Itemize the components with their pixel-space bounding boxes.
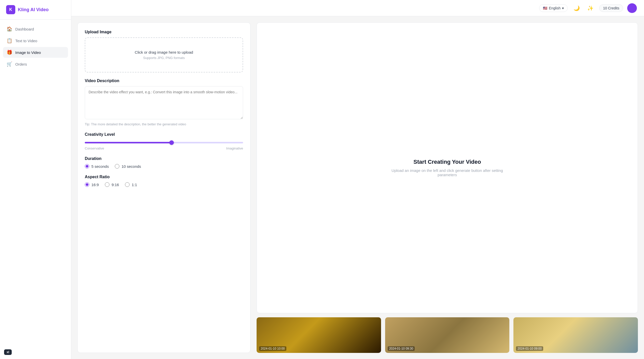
thumbnail-3-date: 2024-01-10 09:00 [516, 346, 543, 351]
thumbnails-row: 2024-01-10 10:00 2024-01-10 09:30 2024-0… [257, 317, 638, 353]
sidebar-item-label: Text to Video [15, 39, 37, 43]
preview-title: Start Creating Your Video [413, 159, 481, 165]
aspect-ratio-section-title: Aspect Ratio [85, 175, 243, 179]
aspect-radio-1-1[interactable] [125, 182, 130, 187]
thumbnail-1[interactable]: 2024-01-10 10:00 [257, 317, 381, 353]
creativity-section: Creativity Level Conservative Imaginativ… [85, 132, 243, 150]
upload-section: Upload Image Click or drag image here to… [85, 30, 243, 72]
user-avatar[interactable] [627, 3, 637, 13]
aspect-ratio-option-9-16[interactable]: 9:16 [105, 182, 119, 187]
orders-icon: 🛒 [7, 61, 12, 67]
upload-main-text: Click or drag image here to upload [91, 50, 236, 54]
duration-section: Duration 5 seconds 10 seconds [85, 156, 243, 169]
flag-icon: 🇺🇸 [543, 6, 547, 10]
dark-mode-button[interactable]: 🌙 [572, 3, 581, 13]
aspect-label-9-16: 9:16 [111, 183, 119, 187]
main-area: 🇺🇸 English ▾ 🌙 ✨ 10 Credits Upload Image… [71, 0, 644, 359]
text-video-icon: 📋 [7, 38, 12, 43]
duration-section-title: Duration [85, 156, 243, 161]
credits-display: 10 Credits [599, 4, 623, 12]
sidebar-nav: 🏠 Dashboard 📋 Text to Video 🎁 Image to V… [0, 20, 71, 73]
description-tip: Tip: The more detailed the description, … [85, 122, 243, 126]
logo-area[interactable]: K Kling AI Video [0, 0, 71, 20]
language-selector[interactable]: 🇺🇸 English ▾ [539, 4, 568, 12]
right-panel: Start Creating Your Video Upload an imag… [257, 22, 638, 353]
duration-label-5s: 5 seconds [91, 164, 109, 169]
sidebar: K Kling AI Video 🏠 Dashboard 📋 Text to V… [0, 0, 71, 359]
aspect-radio-9-16[interactable] [105, 182, 109, 187]
preview-subtitle: Upload an image on the left and click ge… [384, 168, 511, 177]
duration-radio-group: 5 seconds 10 seconds [85, 164, 243, 169]
creativity-slider[interactable] [85, 142, 243, 143]
aspect-label-1-1: 1:1 [132, 183, 137, 187]
upload-section-title: Upload Image [85, 30, 243, 34]
sidebar-item-orders[interactable]: 🛒 Orders [3, 59, 68, 69]
sidebar-item-dashboard[interactable]: 🏠 Dashboard [3, 24, 68, 34]
language-label: English [549, 6, 561, 10]
chevron-down-icon: ▾ [562, 6, 564, 10]
sidebar-item-label: Image to Video [15, 50, 41, 55]
creativity-section-title: Creativity Level [85, 132, 243, 137]
aspect-ratio-radio-group: 16:9 9:16 1:1 [85, 182, 243, 187]
thumbnail-2[interactable]: 2024-01-10 09:30 [385, 317, 510, 353]
description-section-title: Video Description [85, 79, 243, 83]
content-area: Upload Image Click or drag image here to… [71, 16, 644, 359]
sparkle-button[interactable]: ✨ [585, 3, 595, 13]
duration-option-5s[interactable]: 5 seconds [85, 164, 109, 169]
slider-label-right: Imaginative [226, 146, 243, 150]
sidebar-item-label: Orders [15, 62, 27, 66]
slider-label-left: Conservative [85, 146, 104, 150]
header: 🇺🇸 English ▾ 🌙 ✨ 10 Credits [71, 0, 644, 16]
description-textarea[interactable] [85, 86, 243, 119]
thumbnail-3[interactable]: 2024-01-10 09:00 [513, 317, 638, 353]
aspect-radio-16-9[interactable] [85, 182, 89, 187]
aspect-ratio-section: Aspect Ratio 16:9 9:16 1:1 [85, 175, 243, 187]
slider-labels: Conservative Imaginative [85, 146, 243, 150]
aspect-label-16-9: 16:9 [91, 183, 99, 187]
sidebar-item-label: Dashboard [15, 27, 34, 31]
description-section: Video Description Tip: The more detailed… [85, 79, 243, 126]
upload-sub-text: Supports JPG, PNG formats [91, 56, 236, 60]
app-name: Kling AI Video [18, 7, 49, 12]
xl-badge: xl [4, 349, 12, 355]
duration-radio-5s[interactable] [85, 164, 89, 169]
credits-label: 10 Credits [603, 6, 619, 10]
sidebar-item-text-to-video[interactable]: 📋 Text to Video [3, 35, 68, 46]
left-panel: Upload Image Click or drag image here to… [77, 22, 250, 353]
logo-icon: K [6, 5, 15, 14]
duration-label-10s: 10 seconds [121, 164, 141, 169]
preview-area: Start Creating Your Video Upload an imag… [257, 22, 638, 313]
image-video-icon: 🎁 [7, 50, 12, 55]
upload-area[interactable]: Click or drag image here to upload Suppo… [85, 37, 243, 72]
aspect-ratio-option-1-1[interactable]: 1:1 [125, 182, 137, 187]
aspect-ratio-option-16-9[interactable]: 16:9 [85, 182, 99, 187]
thumbnail-1-date: 2024-01-10 10:00 [259, 346, 286, 351]
sidebar-item-image-to-video[interactable]: 🎁 Image to Video [3, 47, 68, 58]
duration-option-10s[interactable]: 10 seconds [115, 164, 141, 169]
dashboard-icon: 🏠 [7, 26, 12, 32]
duration-radio-10s[interactable] [115, 164, 119, 169]
thumbnail-2-date: 2024-01-10 09:30 [388, 346, 415, 351]
